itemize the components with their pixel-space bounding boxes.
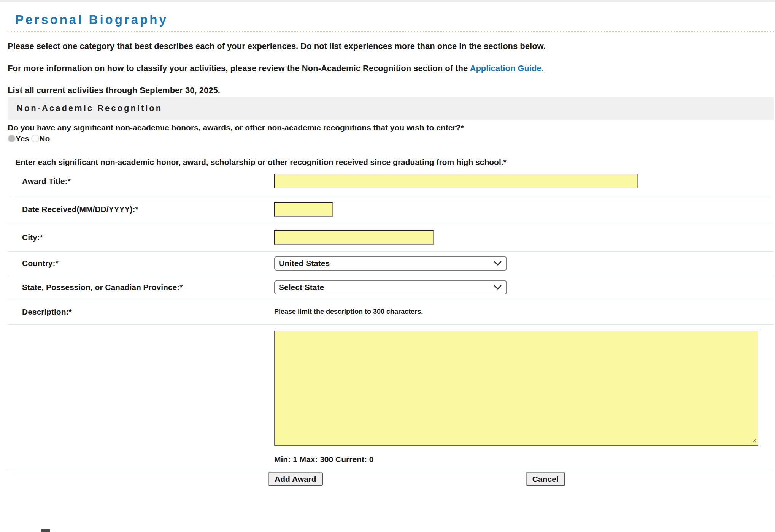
date-received-input[interactable] [274, 202, 333, 217]
state-select[interactable]: Select State [274, 280, 507, 294]
add-award-button[interactable]: Add Award [268, 472, 323, 486]
state-label: State, Possession, or Canadian Province:… [8, 283, 274, 292]
country-row: Country:* United States [8, 252, 774, 276]
state-row: State, Possession, or Canadian Province:… [8, 276, 774, 299]
intro-line-2: For more information on how to classify … [8, 63, 774, 73]
country-select-value: United States [279, 259, 330, 268]
city-row: City:* [8, 223, 774, 252]
description-textarea[interactable] [274, 331, 758, 446]
yes-radio-label: Yes [16, 134, 29, 143]
form-buttons-row: Add Award Cancel [8, 469, 774, 486]
description-label: Description:* [8, 307, 274, 317]
no-radio[interactable] [31, 135, 39, 142]
city-input[interactable] [274, 230, 434, 245]
description-helper-text: Please limit the description to 300 char… [274, 308, 423, 316]
yes-no-radio-group: Yes No [8, 133, 774, 144]
no-radio-label: No [39, 134, 50, 143]
bottom-edge-artifact [41, 529, 50, 532]
state-select-value: Select State [279, 283, 324, 292]
enter-award-subheading: Enter each significant non-academic hono… [15, 157, 774, 167]
date-received-label: Date Received(MM/DD/YYYY):* [8, 205, 274, 214]
intro-line-2-text: For more information on how to classify … [8, 63, 470, 73]
intro-line-1: Please select one category that best des… [8, 41, 774, 51]
recognition-question: Do you have any significant non-academic… [8, 123, 774, 132]
chevron-down-icon [494, 261, 502, 266]
award-title-row: Award Title:* [8, 167, 774, 195]
cancel-button[interactable]: Cancel [526, 472, 565, 486]
country-label: Country:* [8, 259, 274, 268]
description-textarea-row [8, 325, 774, 446]
section-header-label: Non-Academic Recognition [17, 103, 162, 113]
intro-line-3: List all current activities through Sept… [8, 86, 774, 95]
title-section: Personal Biography [8, 2, 774, 32]
chevron-down-icon [494, 285, 502, 290]
main-content: Personal Biography Please select one cat… [0, 2, 775, 486]
description-label-row: Description:* Please limit the descripti… [8, 299, 774, 325]
yes-radio[interactable] [8, 135, 16, 142]
date-received-row: Date Received(MM/DD/YYYY):* [8, 195, 774, 223]
char-counter: Min: 1 Max: 300 Current: 0 [274, 455, 373, 464]
award-title-label: Award Title:* [8, 177, 274, 186]
char-counter-row: Min: 1 Max: 300 Current: 0 [8, 446, 774, 469]
page-title: Personal Biography [15, 13, 774, 27]
country-select[interactable]: United States [274, 256, 507, 271]
section-header-bar: Non-Academic Recognition [8, 97, 774, 120]
city-label: City:* [8, 233, 274, 242]
application-guide-link[interactable]: Application Guide. [470, 63, 544, 73]
award-form: Award Title:* Date Received(MM/DD/YYYY):… [8, 167, 774, 486]
award-title-input[interactable] [274, 174, 638, 188]
